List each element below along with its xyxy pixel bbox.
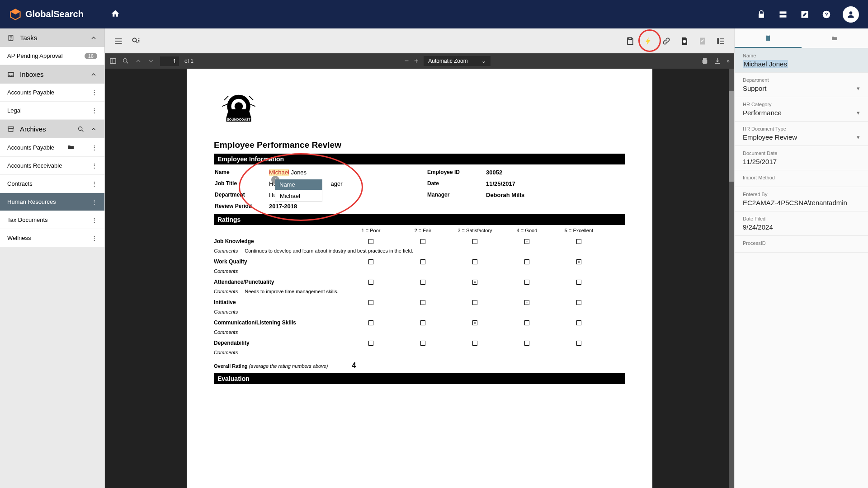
rating-checkbox[interactable]: × [576, 259, 581, 264]
rating-checkbox[interactable] [420, 259, 425, 264]
prop-field[interactable]: Date Filed9/24/2024 [735, 211, 868, 236]
rating-checkbox[interactable] [524, 341, 529, 346]
rating-checkbox[interactable] [524, 280, 529, 285]
more-icon[interactable]: ⋮ [91, 198, 97, 205]
svg-rect-15 [717, 38, 719, 44]
inbox-item-legal[interactable]: Legal ⋮ [0, 102, 104, 120]
checklist-icon[interactable] [698, 37, 707, 46]
rating-checkbox[interactable] [420, 300, 425, 305]
lightning-icon[interactable] [644, 37, 653, 46]
lock-icon[interactable] [756, 9, 767, 20]
scrollbar-thumb[interactable] [729, 91, 734, 182]
more-icon[interactable]: ⋮ [91, 235, 97, 241]
user-avatar[interactable] [843, 6, 859, 23]
more-icon[interactable]: ⋮ [91, 216, 97, 223]
rating-checkbox[interactable] [576, 341, 581, 346]
more-icon[interactable]: ⋮ [91, 107, 97, 114]
more-icon[interactable]: ⋮ [91, 180, 97, 187]
rating-checkbox[interactable] [524, 320, 529, 325]
prop-field[interactable]: ProcessID [735, 236, 868, 253]
rating-checkbox[interactable] [420, 239, 425, 244]
save-icon[interactable] [626, 37, 635, 46]
prop-field[interactable]: HR CategoryPerformance▾ [735, 97, 868, 122]
more-tools-icon[interactable]: » [726, 58, 730, 64]
rating-checkbox[interactable]: × [472, 320, 477, 325]
rating-checkbox[interactable] [368, 341, 373, 346]
prop-field[interactable]: HR Document TypeEmployee Review▾ [735, 122, 868, 146]
pdf-canvas[interactable]: SOUNDCOAST Employee Performance Review E… [105, 69, 734, 488]
tab-fields[interactable] [735, 28, 802, 48]
search-icon[interactable] [77, 126, 85, 133]
chevron-down-icon[interactable]: ▾ [857, 109, 860, 116]
page-down-icon[interactable] [147, 57, 155, 65]
inboxes-section[interactable]: Inboxes [0, 65, 104, 84]
chevron-down-icon[interactable]: ▾ [857, 134, 860, 141]
more-icon[interactable]: ⋮ [91, 144, 97, 151]
archive-item-tax[interactable]: Tax Documents⋮ [0, 211, 104, 229]
section-employee-info: Employee Information [214, 154, 625, 164]
help-icon[interactable]: ? [821, 9, 832, 20]
task-item-ap-pending[interactable]: AP Pending Approval 16 [0, 47, 104, 65]
app-logo[interactable]: GlobalSearch [9, 8, 84, 21]
search-icon[interactable] [122, 57, 129, 65]
prop-field[interactable]: Import Method [735, 170, 868, 187]
rating-checkbox[interactable] [368, 239, 373, 244]
rating-checkbox[interactable] [472, 300, 477, 305]
archives-section[interactable]: Archives [0, 120, 104, 138]
rating-comments: Comments [214, 267, 625, 277]
panel-toggle-icon[interactable] [716, 37, 725, 46]
rating-checkbox[interactable] [472, 239, 477, 244]
rating-checkbox[interactable] [576, 239, 581, 244]
rating-checkbox[interactable] [368, 280, 373, 285]
rating-checkbox[interactable] [368, 320, 373, 325]
rating-comments: Comments [214, 348, 625, 358]
prop-field[interactable]: NameMichael Jones [735, 48, 868, 73]
sidebar-toggle-icon[interactable] [109, 57, 117, 65]
menu-icon[interactable] [114, 37, 123, 46]
rating-checkbox[interactable] [420, 320, 425, 325]
zoom-select[interactable]: Automatic Zoom ⌄ [424, 56, 490, 66]
rating-checkbox[interactable]: × [472, 280, 477, 285]
tab-folder[interactable] [802, 28, 868, 48]
zoom-in-icon[interactable]: + [414, 57, 418, 65]
rating-checkbox[interactable] [576, 320, 581, 325]
rating-checkbox[interactable] [472, 341, 477, 346]
prop-field[interactable]: DepartmentSupport▾ [735, 73, 868, 97]
rating-checkbox[interactable]: × [524, 239, 529, 244]
download-icon[interactable] [714, 57, 721, 65]
prop-field[interactable]: Entered ByEC2AMAZ-4P5CSNA\tenantadmin [735, 187, 868, 211]
page-number-input[interactable] [160, 56, 179, 66]
chevron-down-icon[interactable]: ▾ [857, 85, 860, 92]
archive-item-ar[interactable]: Accounts Receivable⋮ [0, 157, 104, 175]
edit-icon[interactable] [799, 9, 810, 20]
rating-checkbox[interactable] [368, 259, 373, 264]
archive-item-hr[interactable]: Human Resources⋮ [0, 193, 104, 211]
rating-checkbox[interactable] [368, 300, 373, 305]
rating-checkbox[interactable]: × [524, 300, 529, 305]
tooltip-dropdown[interactable]: Michael [275, 190, 322, 202]
more-icon[interactable]: ⋮ [91, 89, 97, 96]
print-icon[interactable] [701, 57, 708, 65]
server-icon[interactable] [778, 9, 788, 20]
zoom-out-icon[interactable]: − [405, 57, 409, 65]
inbox-item-ap[interactable]: Accounts Payable ⋮ [0, 84, 104, 102]
tasks-section[interactable]: Tasks [0, 28, 104, 47]
home-icon[interactable] [111, 9, 120, 19]
archive-item-contracts[interactable]: Contracts⋮ [0, 175, 104, 193]
rating-checkbox[interactable] [576, 280, 581, 285]
page-up-icon[interactable] [135, 57, 142, 65]
prop-field[interactable]: Document Date11/25/2017 [735, 146, 868, 170]
file-info-icon[interactable] [680, 37, 689, 46]
rating-checkbox[interactable] [472, 259, 477, 264]
rating-checkbox[interactable] [420, 341, 425, 346]
rating-checkbox[interactable] [524, 259, 529, 264]
rating-checkbox[interactable] [420, 280, 425, 285]
archive-item-wellness[interactable]: Wellness⋮ [0, 229, 104, 247]
archive-item-ap[interactable]: Accounts Payable ⋮ [0, 138, 104, 157]
more-icon[interactable]: ⋮ [91, 162, 97, 169]
search-content-icon[interactable] [131, 37, 140, 46]
scrollbar[interactable] [729, 69, 734, 488]
rating-checkbox[interactable] [576, 300, 581, 305]
chevron-up-icon [90, 34, 97, 42]
link-icon[interactable] [662, 37, 671, 46]
